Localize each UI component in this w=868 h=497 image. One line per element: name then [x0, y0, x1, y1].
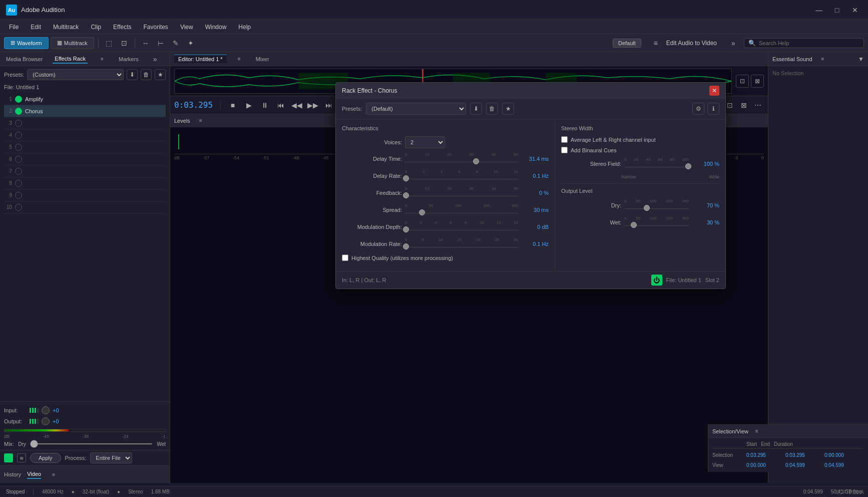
- view-start[interactable]: 0:00.000: [746, 462, 781, 468]
- history-tab[interactable]: History: [4, 470, 21, 478]
- stereo-field-thumb[interactable]: [685, 163, 691, 169]
- effect-power-10[interactable]: [15, 204, 22, 211]
- minimize-button[interactable]: —: [812, 5, 826, 15]
- video-tab[interactable]: Video: [27, 470, 41, 479]
- menu-item-clip[interactable]: Clip: [86, 22, 106, 32]
- save-preset-button[interactable]: ⬇: [127, 69, 138, 80]
- effect-name-1[interactable]: Amplify: [25, 96, 165, 102]
- selection-end[interactable]: 0:03.295: [785, 452, 820, 458]
- markers-tab[interactable]: Markers: [117, 55, 141, 63]
- spectral-button[interactable]: ⊡: [118, 37, 131, 50]
- dry-slider[interactable]: 050100150200: [624, 199, 689, 212]
- delete-preset-button[interactable]: 🗑: [141, 69, 152, 80]
- dialog-save-preset-button[interactable]: ⬇: [470, 103, 482, 115]
- effect-power-9[interactable]: [15, 192, 22, 199]
- editor-tab-menu-button[interactable]: ≡: [233, 53, 246, 66]
- dialog-settings-button[interactable]: ⚙: [692, 103, 704, 115]
- effect-power-3[interactable]: [15, 120, 22, 127]
- effects-rack-menu-button[interactable]: ≡: [96, 53, 109, 66]
- effect-power-6[interactable]: [15, 156, 22, 163]
- wet-thumb[interactable]: [631, 222, 637, 228]
- effect-power-4[interactable]: [15, 132, 22, 139]
- output-knob[interactable]: [42, 417, 50, 425]
- highest-quality-label[interactable]: Highest Quality (utilizes more processin…: [351, 255, 453, 261]
- spread-slider[interactable]: 050100150200: [405, 203, 518, 216]
- close-button[interactable]: ✕: [848, 5, 862, 15]
- menu-item-window[interactable]: Window: [200, 22, 232, 32]
- trim-button[interactable]: ⊢: [154, 37, 167, 50]
- selection-start[interactable]: 0:03.295: [746, 452, 781, 458]
- input-knob[interactable]: [42, 406, 50, 414]
- binaural-label[interactable]: Add Binaural Cues: [571, 147, 617, 153]
- brush-button[interactable]: ✦: [184, 37, 197, 50]
- mod-rate-thumb[interactable]: [403, 243, 409, 250]
- fit-to-window-button[interactable]: ⊠: [751, 75, 764, 88]
- wet-slider[interactable]: 050100150200: [624, 216, 689, 229]
- play-button[interactable]: ▶: [243, 99, 255, 111]
- process-dropdown[interactable]: Entire File: [90, 452, 132, 463]
- sv-menu-button[interactable]: ≡: [750, 425, 763, 438]
- favorite-preset-button[interactable]: ★: [155, 69, 166, 80]
- effect-power-2[interactable]: [15, 108, 22, 115]
- menu-item-view[interactable]: View: [175, 22, 198, 32]
- menu-item-effects[interactable]: Effects: [108, 22, 136, 32]
- effect-power-5[interactable]: [15, 144, 22, 151]
- fast-forward-end-button[interactable]: ⏭: [323, 99, 335, 111]
- editor-untitled-tab[interactable]: Editor: Untitled 1 *: [174, 55, 227, 63]
- menu-item-multitrack[interactable]: Multitrack: [48, 22, 84, 32]
- mod-rate-slider[interactable]: 051015202530: [405, 237, 518, 251]
- right-panel-collapse-arrow[interactable]: ▼: [858, 56, 864, 63]
- essential-sound-menu-button[interactable]: ≡: [816, 53, 829, 66]
- voices-select[interactable]: 2: [405, 136, 445, 148]
- mod-depth-slider[interactable]: 02468101214: [405, 220, 518, 233]
- delay-rate-slider[interactable]: 024681012: [405, 169, 518, 182]
- dialog-delete-preset-button[interactable]: 🗑: [486, 103, 498, 115]
- power-on-button[interactable]: [4, 453, 13, 462]
- default-workspace-badge[interactable]: Default: [613, 39, 641, 48]
- dialog-info-button[interactable]: ℹ: [707, 103, 719, 115]
- delay-rate-thumb[interactable]: [403, 175, 409, 181]
- menu-item-help[interactable]: Help: [233, 22, 256, 32]
- zoom-to-selection-button[interactable]: ⊡: [736, 75, 749, 88]
- avg-lr-checkbox[interactable]: [561, 136, 568, 143]
- menu-item-favorites[interactable]: Favorites: [139, 22, 173, 32]
- pencil-button[interactable]: ✎: [169, 37, 182, 50]
- effect-name-2[interactable]: Chorus: [25, 108, 165, 114]
- move-tool-button[interactable]: ↔: [139, 37, 152, 50]
- menu-item-file[interactable]: File: [4, 22, 24, 32]
- panel-expand-button[interactable]: »: [149, 53, 162, 66]
- presets-dropdown[interactable]: (Custom): [27, 69, 124, 80]
- rewind-button[interactable]: ◀◀: [291, 99, 303, 111]
- maximize-button[interactable]: □: [830, 5, 844, 15]
- avg-lr-label[interactable]: Average Left & Right channel input: [571, 137, 656, 143]
- dialog-close-button[interactable]: ✕: [709, 86, 719, 96]
- mix-slider[interactable]: [30, 443, 153, 444]
- zoom-fit-button[interactable]: ⊠: [738, 99, 750, 111]
- selection-tool-button[interactable]: ⬚: [103, 37, 116, 50]
- effect-power-8[interactable]: [15, 180, 22, 187]
- dry-thumb[interactable]: [644, 205, 650, 211]
- delay-time-slider[interactable]: 01020304050: [405, 152, 518, 165]
- dialog-presets-select[interactable]: (Default): [366, 103, 466, 115]
- stop-button[interactable]: ■: [227, 99, 239, 111]
- apply-button[interactable]: Apply: [30, 453, 61, 463]
- more-options-button[interactable]: »: [727, 37, 740, 50]
- media-browser-tab[interactable]: Media Browser: [4, 55, 45, 63]
- stereo-field-slider[interactable]: 020406080100: [624, 157, 689, 170]
- mixer-tab[interactable]: Mixer: [252, 55, 273, 63]
- video-panel-menu-button[interactable]: ≡: [47, 468, 60, 481]
- effect-power-7[interactable]: [15, 168, 22, 175]
- search-input[interactable]: [759, 40, 859, 46]
- spread-thumb[interactable]: [419, 209, 425, 215]
- dialog-power-button[interactable]: ⏻: [651, 275, 662, 286]
- binaural-checkbox[interactable]: [561, 147, 568, 153]
- feedback-thumb[interactable]: [403, 192, 409, 198]
- effects-rack-tab[interactable]: Effects Rack: [53, 55, 88, 64]
- delay-time-thumb[interactable]: [473, 158, 479, 164]
- rewind-start-button[interactable]: ⏮: [275, 99, 287, 111]
- dialog-favorite-preset-button[interactable]: ★: [502, 103, 514, 115]
- menu-item-edit[interactable]: Edit: [26, 22, 46, 32]
- fx-chain-button[interactable]: ≋: [17, 453, 26, 462]
- fast-forward-button[interactable]: ▶▶: [307, 99, 319, 111]
- waveform-mode-button[interactable]: ⊞ Waveform: [4, 37, 49, 49]
